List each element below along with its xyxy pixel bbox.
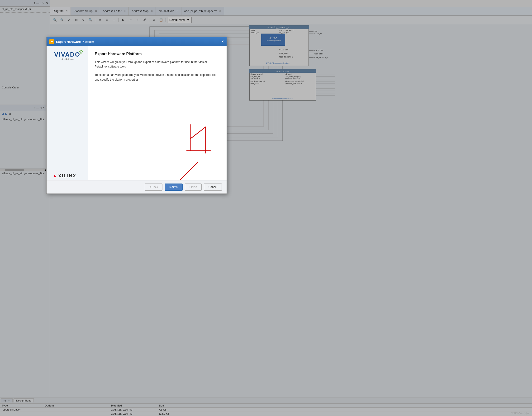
vivado-edition-label: HLx Editions — [61, 58, 74, 61]
dialog-title-icon: ✦ — [49, 39, 54, 44]
app-window: ? — □ ✕ ⚙ pl_ps_eth_wrapper.v) (1) Compi… — [0, 0, 532, 416]
vivado-leaf-icon: ✿ — [79, 49, 83, 55]
dialog-footer: < Back Next > Finish Cancel — [47, 180, 227, 194]
finish-button[interactable]: Finish — [185, 184, 202, 191]
cancel-button[interactable]: Cancel — [204, 184, 222, 191]
next-button[interactable]: Next > — [165, 184, 182, 191]
dialog-right-panel: Export Hardware Platform This wizard wil… — [88, 46, 227, 180]
dialog-close-button[interactable]: × — [222, 40, 224, 43]
dialog-content-para2: To export a hardware platform, you will … — [95, 73, 220, 82]
svg-line-58 — [174, 163, 197, 180]
dialog-left-panel: VIVADO ✿ HLx Editions — [47, 46, 88, 180]
back-button[interactable]: < Back — [145, 184, 162, 191]
xilinx-x-icon: ► — [53, 173, 57, 179]
svg-line-55 — [190, 127, 206, 139]
vivado-logo: VIVADO ✿ HLx Editions — [54, 51, 80, 61]
dialog-icon-symbol: ✦ — [51, 40, 53, 43]
xilinx-logo: ► XILINX. — [49, 173, 78, 179]
xilinx-text: XILINX. — [58, 174, 78, 178]
dialog-content-para1: This wizard will guide you through the e… — [95, 60, 220, 69]
dialog-titlebar: ✦ Export Hardware Platform × — [47, 37, 227, 46]
watermark: CSDN 心心心小心 — [511, 412, 530, 415]
dialog-title-label: Export Hardware Platform — [56, 40, 94, 43]
export-dialog: ✦ Export Hardware Platform × VIVADO ✿ HL… — [46, 37, 227, 194]
vivado-text: VIVADO — [54, 51, 80, 58]
dialog-body: VIVADO ✿ HLx Editions Export Hardware Pl… — [47, 46, 227, 180]
dialog-content-title: Export Hardware Platform — [95, 52, 220, 56]
